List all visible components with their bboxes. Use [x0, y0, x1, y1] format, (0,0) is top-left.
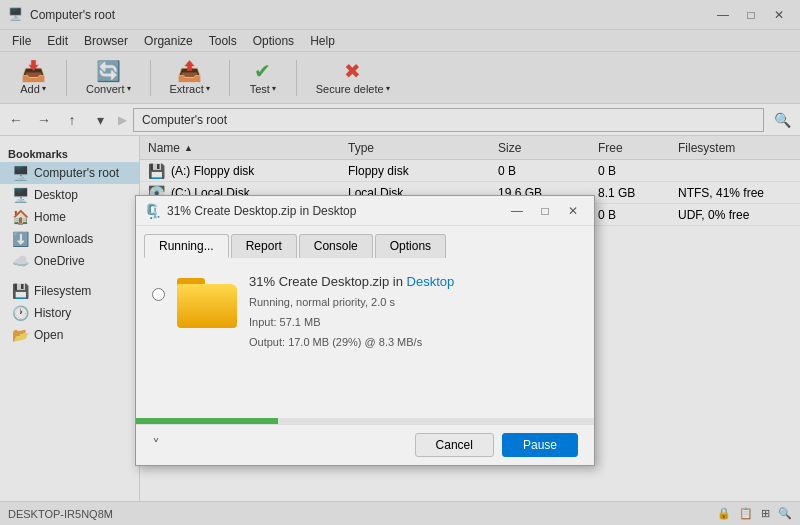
cancel-button[interactable]: Cancel — [415, 433, 494, 457]
expand-icon[interactable]: ˅ — [152, 436, 160, 455]
dialog-window-icon: 🗜️ — [144, 203, 161, 219]
dialog-link[interactable]: Desktop — [407, 274, 455, 289]
dialog-footer: ˅ Cancel Pause — [136, 424, 594, 465]
dialog-close-button[interactable]: ✕ — [560, 201, 586, 221]
dialog-maximize-button[interactable]: □ — [532, 201, 558, 221]
dialog-body: 31% Create Desktop.zip in Desktop Runnin… — [136, 258, 594, 418]
dialog-info-title: 31% Create Desktop.zip in Desktop — [249, 274, 578, 289]
dialog-info: 31% Create Desktop.zip in Desktop Runnin… — [249, 274, 578, 352]
dialog-tabs: Running... Report Console Options — [136, 226, 594, 258]
dialog-minimize-button[interactable]: — — [504, 201, 530, 221]
dialog-tab-options[interactable]: Options — [375, 234, 446, 258]
folder-icon-large — [177, 278, 237, 330]
dialog-tab-report[interactable]: Report — [231, 234, 297, 258]
dialog-title-bar: 🗜️ 31% Create Desktop.zip in Desktop — □… — [136, 196, 594, 226]
dialog-overlay: 🗜️ 31% Create Desktop.zip in Desktop — □… — [0, 0, 800, 525]
dialog-radio[interactable] — [152, 288, 165, 301]
pause-button[interactable]: Pause — [502, 433, 578, 457]
dialog-tab-running[interactable]: Running... — [144, 234, 229, 258]
dialog-info-detail: Running, normal priority, 2.0 s Input: 5… — [249, 293, 578, 352]
dialog-title: 31% Create Desktop.zip in Desktop — [167, 204, 504, 218]
dialog-controls: — □ ✕ — [504, 201, 586, 221]
dialog-buttons: Cancel Pause — [415, 433, 578, 457]
dialog: 🗜️ 31% Create Desktop.zip in Desktop — □… — [135, 195, 595, 466]
dialog-tab-console[interactable]: Console — [299, 234, 373, 258]
dialog-content: 31% Create Desktop.zip in Desktop Runnin… — [152, 274, 578, 352]
